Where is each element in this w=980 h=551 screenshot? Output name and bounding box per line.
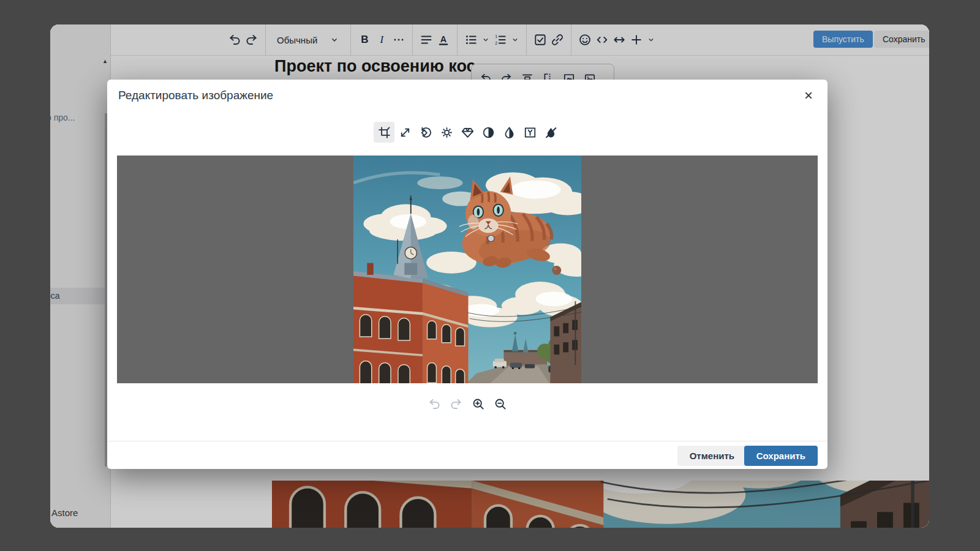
resize-icon <box>399 126 412 139</box>
grayscale-tool-button[interactable] <box>519 122 540 143</box>
saturation-icon <box>503 126 516 139</box>
zoom-in-button[interactable] <box>469 394 488 414</box>
rotate-tool-button[interactable] <box>415 122 436 143</box>
edit-canvas[interactable] <box>117 156 818 383</box>
crop-tool-button[interactable] <box>374 122 394 143</box>
blur-off-tool-button[interactable] <box>540 122 561 143</box>
image-edit-tools <box>107 122 827 143</box>
redo-icon <box>450 397 463 411</box>
resize-tool-button[interactable] <box>394 122 415 143</box>
close-button[interactable]: × <box>801 84 816 107</box>
saturation-tool-button[interactable] <box>499 122 519 143</box>
brightness-tool-button[interactable] <box>436 122 457 143</box>
gem-icon <box>461 126 474 139</box>
cancel-button[interactable]: Отменить <box>677 446 747 466</box>
contrast-icon <box>482 126 495 139</box>
brightness-icon <box>440 126 453 139</box>
gem-tool-button[interactable] <box>457 122 478 143</box>
canvas-controls <box>107 394 827 414</box>
grayscale-icon <box>524 126 537 139</box>
edit-redo-button[interactable] <box>447 394 466 414</box>
modal-footer: Отменить Сохранить <box>107 441 827 469</box>
cat-city-image <box>353 156 581 383</box>
edit-undo-button[interactable] <box>424 394 444 414</box>
save-button[interactable]: Сохранить <box>744 446 818 466</box>
desktop-background: ▲ о про... оса Astore Обычный B I <box>0 0 980 551</box>
rotate-icon <box>420 126 432 139</box>
undo-icon <box>428 397 441 411</box>
contrast-tool-button[interactable] <box>478 122 499 143</box>
zoom-out-icon <box>494 397 507 411</box>
zoom-in-icon <box>472 397 485 411</box>
crop-icon <box>378 126 391 139</box>
modal-title: Редактировать изображение <box>118 89 273 102</box>
zoom-out-button[interactable] <box>491 394 510 414</box>
edit-image-modal: Редактировать изображение × Отменить Сох… <box>107 80 827 469</box>
blur-off-icon <box>545 126 557 139</box>
